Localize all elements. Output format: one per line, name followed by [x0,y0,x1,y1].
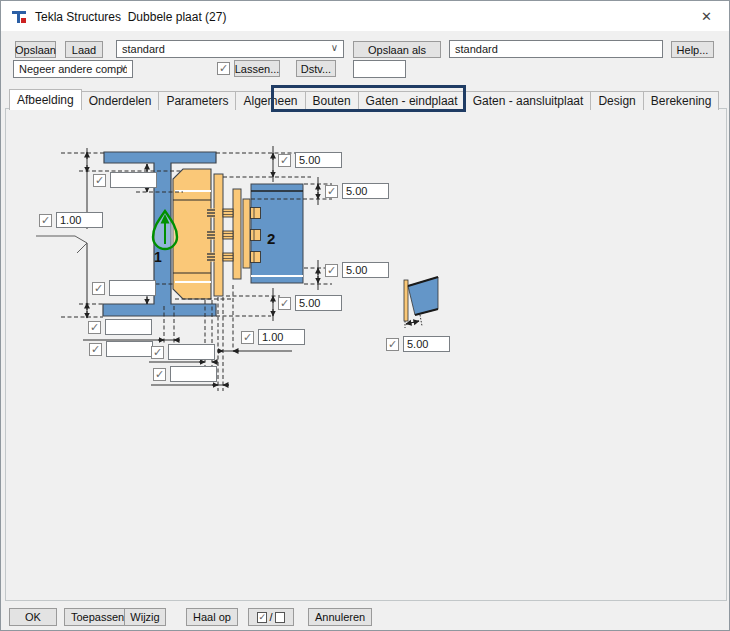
dim-input[interactable]: 5.00 [342,262,389,278]
tab-berekening[interactable]: Berekening [643,91,720,110]
apply-button[interactable]: Toepassen [64,608,131,626]
dim-input[interactable]: 1.00 [56,212,103,228]
dim-checkbox[interactable]: ✓ [278,297,291,310]
dim-checkbox[interactable]: ✓ [278,154,291,167]
tekla-dialog-window: Tekla Structures Dubbele plaat (27) ✕ Op… [0,0,730,631]
dim-checkbox[interactable]: ✓ [92,282,105,295]
dim-checkbox[interactable]: ✓ [89,343,102,356]
field-group-plate2-bottom: ✓ 5.00 [325,262,389,278]
window-title: Tekla Structures Dubbele plaat (27) [35,10,226,24]
dim-checkbox[interactable]: ✓ [151,346,164,359]
dim-input[interactable]: 5.00 [295,295,342,311]
get-button[interactable]: Haal op [186,608,238,626]
preset-combobox[interactable]: standard ∨ [116,40,344,58]
save-as-input[interactable]: standard [449,40,663,58]
dim-checkbox[interactable]: ✓ [325,185,338,198]
field-group-bottom-gap: ✓ 5.00 [278,295,342,311]
save-as-button[interactable]: Opslaan als [353,41,441,58]
tab-afbeelding[interactable]: Afbeelding [9,89,82,110]
ignore-components-combobox[interactable]: Negeer andere compone ∨ [13,60,133,78]
checked-box-icon: ✓ [257,612,267,623]
ok-button[interactable]: OK [9,608,57,626]
dstv-button[interactable]: Dstv... [296,60,336,77]
dim-input[interactable]: 1.00 [258,329,305,345]
save-button[interactable]: Opslaan [15,41,56,58]
welds-checkbox[interactable]: ✓ [217,62,230,75]
tab-algemeen[interactable]: Algemeen [235,91,305,110]
dim-input[interactable]: 5.00 [403,336,450,352]
tab-gaten-aansluitplaat[interactable]: Gaten - aansluitplaat [465,91,592,110]
dim-input[interactable] [168,344,215,360]
field-group-below-beam-3: ✓ [151,344,215,360]
dim-checkbox[interactable]: ✓ [39,214,52,227]
field-group-top-left-offset: ✓ [93,172,157,188]
dim-checkbox[interactable]: ✓ [93,174,106,187]
field-group-below-beam-4: ✓ [153,366,217,382]
dim-input[interactable] [105,319,152,335]
close-icon[interactable]: ✕ [684,1,729,31]
dstv-input[interactable] [353,60,406,78]
modify-button[interactable]: Wijzig [124,608,166,626]
chevron-down-icon: ∨ [331,42,338,53]
load-button[interactable]: Laad [65,41,103,58]
field-group-bottom-left-offset: ✓ [92,280,156,296]
dim-input[interactable] [106,341,153,357]
tab-bouten[interactable]: Bouten [305,91,359,110]
tab-gaten-eindplaat[interactable]: Gaten - eindplaat [358,91,466,110]
field-group-plate2-top: ✓ 5.00 [325,183,389,199]
dim-checkbox[interactable]: ✓ [386,338,399,351]
dim-checkbox[interactable]: ✓ [241,331,254,344]
dim-input[interactable]: 5.00 [342,183,389,199]
toggle-all-checkboxes-button[interactable]: ✓ / [248,608,294,626]
welds-button[interactable]: Lassen... [234,60,280,77]
field-group-below-beam-2: ✓ [89,341,153,357]
titlebar: Tekla Structures Dubbele plaat (27) ✕ [1,1,729,31]
toggle-separator: / [269,611,272,623]
dim-input[interactable]: 5.00 [295,152,342,168]
dim-input[interactable] [110,172,157,188]
field-group-left-main: ✓ 1.00 [39,212,103,228]
tab-onderdelen[interactable]: Onderdelen [81,91,160,110]
help-button[interactable]: Help... [671,41,714,58]
tab-parameters[interactable]: Parameters [158,91,236,110]
field-group-horizontal-gap: ✓ 1.00 [241,329,305,345]
tab-strip: Afbeelding Onderdelen Parameters Algemee… [9,90,718,110]
field-group-top-gap: ✓ 5.00 [278,152,342,168]
dim-checkbox[interactable]: ✓ [153,368,166,381]
dim-input[interactable] [109,280,156,296]
unchecked-box-icon [275,612,285,623]
field-group-skew-plate: ✓ 5.00 [386,336,450,352]
tab-design[interactable]: Design [590,91,643,110]
cancel-button[interactable]: Annuleren [308,608,372,626]
dim-checkbox[interactable]: ✓ [325,264,338,277]
tekla-app-icon [11,8,27,24]
chevron-down-icon: ∨ [120,62,127,73]
field-group-below-beam-1: ✓ [88,319,152,335]
dim-input[interactable] [170,366,217,382]
dim-checkbox[interactable]: ✓ [88,321,101,334]
